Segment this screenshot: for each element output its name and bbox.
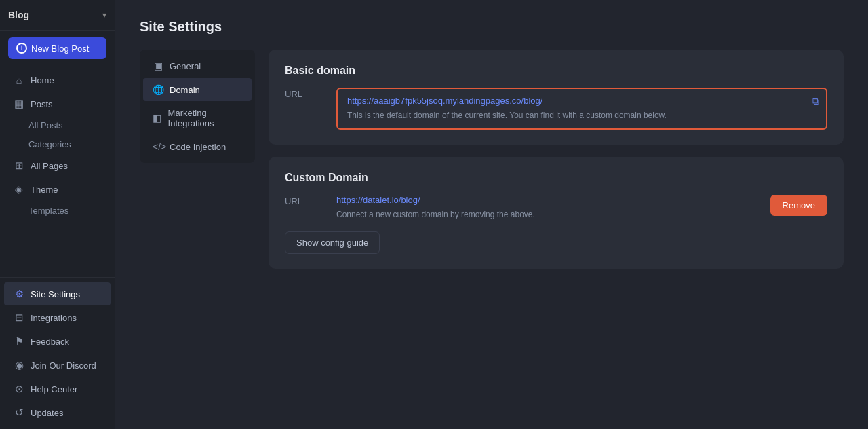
sidebar-item-all-pages[interactable]: ⊞ All Pages (4, 154, 111, 177)
chevron-down-icon: ▾ (102, 10, 106, 20)
sidebar-item-site-settings[interactable]: ⚙ Site Settings (4, 282, 111, 305)
plus-circle-icon: + (16, 43, 27, 54)
custom-domain-url-link[interactable]: https://datalet.io/blog/ (336, 195, 760, 205)
remove-domain-button[interactable]: Remove (770, 195, 827, 216)
help-icon: ⊙ (14, 383, 24, 395)
sidebar-item-home[interactable]: ⌂ Home (4, 69, 111, 92)
sidebar-item-theme[interactable]: ◈ Theme (4, 178, 111, 201)
updates-icon: ↺ (14, 407, 24, 419)
sidebar-header[interactable]: Blog ▾ (0, 0, 115, 31)
sidebar-label-theme: Theme (31, 185, 58, 195)
show-config-button[interactable]: Show config guide (285, 231, 380, 254)
sidebar-item-updates[interactable]: ↺ Updates (4, 401, 111, 424)
sidebar-item-feedback[interactable]: ⚑ Feedback (4, 330, 111, 353)
new-blog-post-button[interactable]: + New Blog Post (8, 37, 106, 59)
sidebar: Blog ▾ + New Blog Post ⌂ Home ▦ Posts Al… (0, 0, 115, 429)
custom-domain-row: URL https://datalet.io/blog/ Connect a n… (285, 195, 827, 221)
marketing-icon: ◧ (153, 113, 162, 124)
sidebar-label-updates: Updates (31, 408, 63, 418)
theme-icon: ◈ (14, 183, 24, 195)
sidebar-label-all-pages: All Pages (31, 161, 68, 171)
settings-nav-label-code: Code Injection (170, 142, 226, 152)
basic-domain-url-link[interactable]: https://aaaigb7fpk55jsoq.mylandingpages.… (347, 96, 816, 106)
site-settings-icon: ⚙ (14, 288, 24, 300)
sidebar-item-categories[interactable]: Categories (4, 135, 111, 153)
basic-domain-url-box: https://aaaigb7fpk55jsoq.mylandingpages.… (336, 88, 827, 130)
all-pages-icon: ⊞ (14, 160, 24, 172)
sidebar-label-home: Home (31, 75, 54, 86)
settings-nav-label-marketing: Marketing Integrations (168, 108, 242, 128)
sidebar-title: Blog (8, 10, 29, 20)
settings-nav: ▣ General 🌐 Domain ◧ Marketing Integrati… (140, 50, 255, 163)
domain-icon: 🌐 (153, 84, 163, 95)
sidebar-bottom: ⚙ Site Settings ⊟ Integrations ⚑ Feedbac… (0, 277, 115, 429)
sidebar-label-all-posts: All Posts (28, 120, 63, 130)
sidebar-label-feedback: Feedback (31, 337, 69, 347)
content-layout: ▣ General 🌐 Domain ◧ Marketing Integrati… (140, 50, 844, 269)
cards-area: Basic domain URL https://aaaigb7fpk55jso… (269, 50, 844, 269)
page-title: Site Settings (140, 19, 844, 35)
settings-nav-general[interactable]: ▣ General (143, 54, 252, 77)
custom-domain-description: Connect a new custom domain by removing … (336, 210, 535, 219)
custom-domain-title: Custom Domain (285, 172, 827, 184)
sidebar-nav: ⌂ Home ▦ Posts All Posts Categories ⊞ Al… (0, 66, 115, 277)
sidebar-item-templates[interactable]: Templates (4, 202, 111, 220)
settings-nav-code-injection[interactable]: </> Code Injection (143, 135, 252, 158)
feedback-icon: ⚑ (14, 335, 24, 348)
sidebar-label-templates: Templates (28, 206, 68, 216)
basic-domain-card: Basic domain URL https://aaaigb7fpk55jso… (269, 50, 844, 145)
basic-domain-url-label: URL (285, 88, 326, 99)
discord-icon: ◉ (14, 359, 24, 371)
general-icon: ▣ (153, 60, 163, 71)
sidebar-label-categories: Categories (28, 139, 71, 149)
basic-domain-title: Basic domain (285, 64, 827, 77)
sidebar-item-help[interactable]: ⊙ Help Center (4, 377, 111, 400)
posts-icon: ▦ (14, 98, 24, 110)
settings-nav-marketing[interactable]: ◧ Marketing Integrations (143, 102, 252, 134)
main-content: Site Settings ▣ General 🌐 Domain ◧ Marke… (115, 0, 868, 429)
custom-domain-info: https://datalet.io/blog/ Connect a new c… (336, 195, 760, 221)
sidebar-label-site-settings: Site Settings (31, 289, 80, 299)
custom-domain-card: Custom Domain URL https://datalet.io/blo… (269, 157, 844, 269)
sidebar-label-discord: Join Our Discord (31, 360, 96, 371)
settings-nav-domain[interactable]: 🌐 Domain (143, 78, 252, 101)
sidebar-item-all-posts[interactable]: All Posts (4, 116, 111, 134)
sidebar-item-discord[interactable]: ◉ Join Our Discord (4, 354, 111, 377)
sidebar-item-posts[interactable]: ▦ Posts (4, 92, 111, 115)
sidebar-item-integrations[interactable]: ⊟ Integrations (4, 306, 111, 329)
sidebar-label-integrations: Integrations (31, 313, 77, 323)
code-icon: </> (153, 141, 163, 152)
settings-nav-label-domain: Domain (170, 85, 200, 95)
basic-domain-row: URL https://aaaigb7fpk55jsoq.mylandingpa… (285, 88, 827, 130)
copy-icon[interactable]: ⧉ (812, 96, 819, 107)
new-post-label: New Blog Post (31, 43, 89, 54)
sidebar-label-posts: Posts (31, 99, 53, 109)
sidebar-label-help: Help Center (31, 384, 77, 394)
settings-nav-label-general: General (170, 61, 201, 71)
basic-domain-description: This is the default domain of the curren… (347, 111, 667, 120)
home-icon: ⌂ (14, 75, 24, 86)
integrations-icon: ⊟ (14, 312, 24, 324)
custom-domain-url-label: URL (285, 195, 326, 206)
